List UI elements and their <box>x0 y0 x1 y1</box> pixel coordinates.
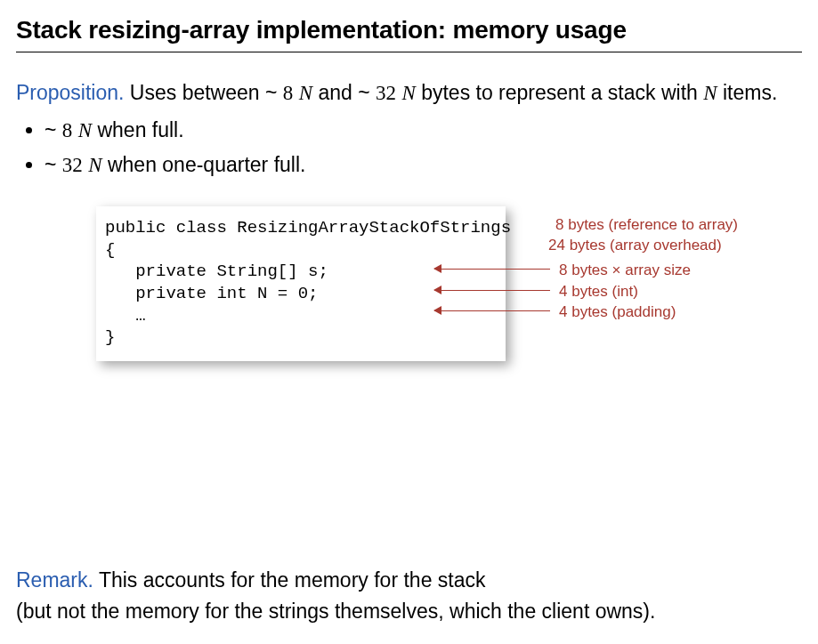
bullet-tilde: ~ <box>45 153 62 176</box>
code-line: public class ResizingArrayStackOfStrings <box>105 218 511 237</box>
code-block: public class ResizingArrayStackOfStrings… <box>96 206 506 361</box>
bullet-var: N <box>88 154 101 176</box>
bullet-tilde: ~ <box>45 118 62 141</box>
remark-line-1: This accounts for the memory for the sta… <box>93 568 486 592</box>
bullet-item: ~ 8 N when full. <box>45 115 802 147</box>
proposition-low-num: 8 <box>283 82 294 104</box>
arrow-icon <box>434 269 550 270</box>
code-line: private String[] s; <box>105 262 328 281</box>
proposition-text-2: bytes to represent a stack with <box>416 81 703 104</box>
bullet-coef: 32 <box>62 154 83 176</box>
remark-block: Remark. This accounts for the memory for… <box>16 565 802 628</box>
annotation: 4 bytes (padding) <box>559 302 676 323</box>
code-line: { <box>105 240 115 260</box>
annotation: 24 bytes (array overhead) <box>548 236 722 256</box>
proposition-label: Proposition. <box>16 81 124 104</box>
bullet-var: N <box>78 119 92 141</box>
bullet-coef: 8 <box>62 119 73 141</box>
remark-line-2: (but not the memory for the strings them… <box>16 600 655 623</box>
remark-label: Remark. <box>16 568 93 592</box>
bullet-item: ~ 32 N when one-quarter full. <box>45 149 802 181</box>
arrow-icon <box>434 290 550 292</box>
proposition-high-num: 32 <box>376 82 396 104</box>
slide: Stack resizing-array implementation: mem… <box>0 0 818 644</box>
proposition-text-mid: and ~ <box>312 81 376 104</box>
proposition-low-var: N <box>299 82 312 104</box>
annotation: 8 bytes (reference to array) <box>555 215 738 236</box>
code-line: … <box>105 306 146 326</box>
page-title: Stack resizing-array implementation: mem… <box>16 16 802 52</box>
code-line: private int N = 0; <box>105 284 318 303</box>
proposition-high-var: N <box>401 82 415 104</box>
proposition-line: Proposition. Uses between ~ 8 N and ~ 32… <box>16 77 802 109</box>
proposition-nvar: N <box>703 82 717 104</box>
annotation: 4 bytes (int) <box>559 282 638 302</box>
bullet-suffix: when full. <box>92 118 184 141</box>
code-line: } <box>105 327 115 347</box>
bullet-suffix: when one-quarter full. <box>102 153 306 176</box>
title-rule <box>16 52 802 52</box>
annotation: 8 bytes × array size <box>559 261 691 281</box>
arrow-icon <box>434 310 550 312</box>
code-area: public class ResizingArrayStackOfStrings… <box>96 206 802 393</box>
proposition-text-3: items. <box>717 81 778 104</box>
proposition-text-1: Uses between ~ <box>124 81 282 104</box>
bullet-list: ~ 8 N when full. ~ 32 N when one-quarter… <box>16 115 802 181</box>
